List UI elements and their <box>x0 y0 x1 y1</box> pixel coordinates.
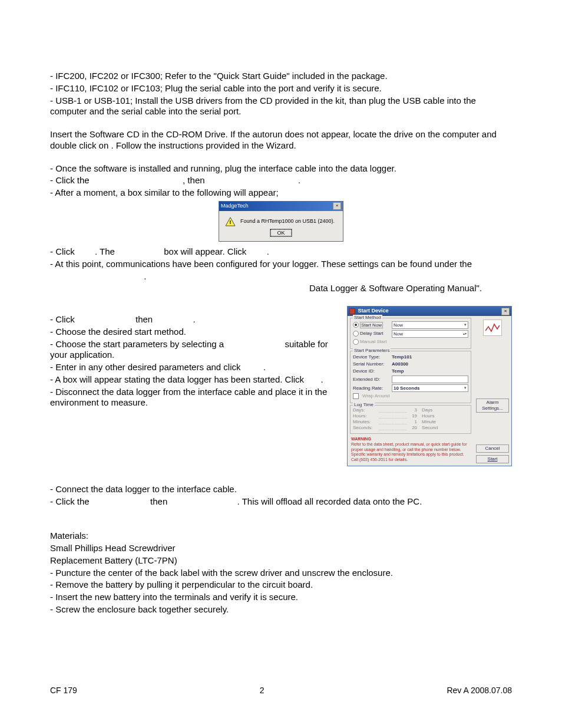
log-time-row: Seconds:_________20Second <box>353 425 468 431</box>
device-id-label: Device ID: <box>353 368 389 374</box>
dialog-titlebar: MadgeTech × <box>219 202 343 211</box>
text-line: - Choose the start parameters by selecti… <box>50 339 341 361</box>
text-line: Small Phillips Head Screwdriver <box>50 543 512 554</box>
text-line: - Puncture the center of the back label … <box>50 568 512 579</box>
alarm-settings-button[interactable]: Alarm Settings... <box>476 398 509 413</box>
log-time-row: Minutes:_________1Minute <box>353 419 468 425</box>
text-fragment: . <box>320 374 323 384</box>
text-fragment: - Click <box>50 314 77 324</box>
text-line: - Insert the new battery into the termin… <box>50 592 512 603</box>
warning-text: Refer to the data sheet, product manual,… <box>351 442 470 453</box>
extended-id-input[interactable] <box>392 375 468 383</box>
text-line: - IFC200, IFC202 or IFC300; Refer to the… <box>50 71 512 82</box>
text-fragment: - Choose the start parameters by selecti… <box>50 339 226 349</box>
install-software-section: Insert the Software CD in the CD-ROM Dri… <box>50 129 512 151</box>
wrap-around-checkbox <box>353 393 359 399</box>
text-fragment: . The <box>95 246 117 256</box>
group-title: Start Method <box>353 315 382 321</box>
svg-text:!: ! <box>229 219 231 225</box>
footer-page-number: 2 <box>260 686 265 696</box>
dialog-message: Found a RHTemp1000 on USB1 (2400). <box>240 218 335 225</box>
text-fragment: . <box>263 362 266 372</box>
warning-text: Specific warranty and remedy limitations… <box>351 452 470 457</box>
delay-start-dropdown[interactable]: Now▴▾ <box>392 330 468 338</box>
start-parameters-group: Start Parameters Device Type:Temp101 Ser… <box>350 351 471 403</box>
text-line: - After a moment, a box similar to the f… <box>50 187 512 199</box>
group-title: Start Parameters <box>353 348 391 354</box>
close-icon[interactable]: × <box>333 202 341 210</box>
device-id-value: Temp <box>392 368 404 374</box>
start-device-section: Start Device × Start Method Start Now No… <box>50 306 512 472</box>
manual-start-radio: Manual Start <box>353 339 389 345</box>
text-line: Insert the Software CD in the CD-ROM Dri… <box>50 129 512 151</box>
text-fragment: - Click the <box>50 175 92 185</box>
text-line: - Connect the data logger to the interfa… <box>50 484 512 495</box>
start-method-group: Start Method Start Now Now▾ Delay Start … <box>350 318 471 349</box>
text-line: - Enter in any other desired parameters … <box>50 362 341 373</box>
text-line: - A box will appear stating the data log… <box>50 374 341 386</box>
ok-button[interactable]: OK <box>270 229 291 236</box>
post-dialog-section: - Click . The box will appear. Click . -… <box>50 246 512 294</box>
text-fragment: - Click the <box>50 496 92 506</box>
reading-rate-dropdown[interactable]: 10 Seconds▾ <box>392 384 468 392</box>
text-fragment: then <box>135 314 155 324</box>
dialog-title: MadgeTech <box>221 203 249 209</box>
log-time-group: Log Time Days:_________3DaysHours:______… <box>350 405 471 434</box>
device-type-label: Device Type: <box>353 354 389 360</box>
text-fragment: , then <box>183 175 207 185</box>
text-line: - USB-1 or USB-101; Install the USB driv… <box>50 95 512 118</box>
text-line: - Remove the battery by pulling it perpe… <box>50 579 512 591</box>
text-line: - Screw the enclosure back together secu… <box>50 604 512 615</box>
text-fragment: - Click <box>50 246 77 256</box>
text-fragment: . <box>298 175 300 185</box>
warning-icon: ! <box>225 217 236 226</box>
page-footer: CF 179 2 Rev A 2008.07.08 <box>50 686 512 696</box>
text-line: Data Logger & Software Operating Manual"… <box>50 283 512 294</box>
connect-logger-section: - Once the software is installed and run… <box>50 163 512 199</box>
cancel-button[interactable]: Cancel <box>476 444 509 453</box>
start-button[interactable]: Start <box>476 455 509 463</box>
text-fragment: - A box will appear stating the data log… <box>50 374 306 384</box>
text-fragment: . This will offload all recorded data on… <box>237 496 422 506</box>
warning-box: WARNING Refer to the data sheet, product… <box>350 436 471 464</box>
reading-rate-label: Reading Rate: <box>353 386 389 391</box>
found-device-dialog: MadgeTech × ! Found a RHTemp1000 on USB1… <box>219 201 343 242</box>
warning-heading: WARNING <box>351 437 470 442</box>
chart-icon <box>483 319 502 336</box>
start-now-radio[interactable]: Start Now <box>353 322 389 328</box>
footer-right: Rev A 2008.07.08 <box>447 686 512 696</box>
text-line: - Disconnect the data logger from the in… <box>50 387 341 409</box>
dialog-title-text: Start Device <box>358 308 389 314</box>
wrap-around-label: Wrap Around <box>362 393 390 399</box>
footer-left: CF 179 <box>50 686 77 696</box>
app-icon <box>349 308 355 314</box>
battery-section: Materials: Small Phillips Head Screwdriv… <box>50 531 512 615</box>
text-line: - IFC110, IFC102 or IFC103; Plug the ser… <box>50 83 512 94</box>
serial-number-label: Serial Number: <box>353 361 389 367</box>
text-line: Materials: <box>50 531 512 542</box>
download-data-section: - Connect the data logger to the interfa… <box>50 484 512 508</box>
text-line: - Choose the desired start method. <box>50 327 341 338</box>
log-time-row: Days:_________3Days <box>353 407 468 413</box>
warning-text: Call (603) 456-2011 for details. <box>351 457 470 463</box>
dialog-title: Start Device <box>349 308 389 314</box>
text-fragment: then <box>150 496 170 506</box>
serial-number-value: A00300 <box>392 361 408 367</box>
text-line: Replacement Battery (LTC-7PN) <box>50 555 512 566</box>
text-fragment: box will appear. Click <box>164 246 249 256</box>
text-line: - Click the then . This will offload all… <box>50 496 512 508</box>
text-line: - Click . The box will appear. Click . <box>50 246 512 258</box>
close-icon[interactable]: × <box>501 308 510 315</box>
group-title: Log Time <box>353 402 375 408</box>
delay-start-radio[interactable]: Delay Start <box>353 331 389 337</box>
text-fragment: . <box>144 271 146 281</box>
start-device-dialog: Start Device × Start Method Start Now No… <box>347 306 512 466</box>
text-line: - Once the software is installed and run… <box>50 163 512 174</box>
text-line: - At this point, communications have bee… <box>50 259 512 270</box>
text-line: . <box>50 271 512 282</box>
text-line: - Click then . <box>50 314 341 325</box>
start-now-dropdown[interactable]: Now▾ <box>392 321 468 329</box>
extended-id-label: Extended ID: <box>353 377 389 383</box>
device-type-value: Temp101 <box>392 354 412 360</box>
text-fragment: . <box>193 314 196 324</box>
